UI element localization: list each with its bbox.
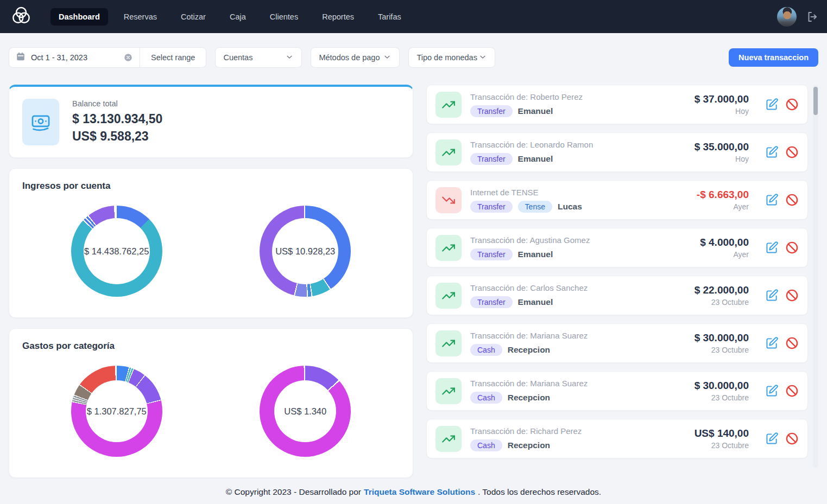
income-panel: Ingresos por cuenta $ 14.438.762,25 US$ … xyxy=(9,168,413,318)
income-usd-total: US$ 10.928,23 xyxy=(260,206,351,297)
calendar-icon xyxy=(16,52,26,63)
payment-methods-dropdown-label: Métodos de pago xyxy=(319,53,380,62)
transaction-date: 23 Octubre xyxy=(695,393,749,402)
clear-date-icon[interactable] xyxy=(123,53,133,62)
cancel-transaction-button[interactable] xyxy=(785,336,799,350)
transaction-amount: $ 35.000,00 xyxy=(695,141,749,153)
transaction-amount-block: $ 37.000,00 Hoy xyxy=(695,93,749,116)
nav-item-cotizar[interactable]: Cotizar xyxy=(172,8,214,26)
expenses-usd-total: US$ 1.340 xyxy=(260,366,351,457)
transaction-badge: Transfer xyxy=(470,248,513,260)
edit-transaction-button[interactable] xyxy=(765,384,779,398)
nav-item-reservas[interactable]: Reservas xyxy=(115,8,166,26)
user-avatar[interactable] xyxy=(777,7,797,27)
scrollbar-thumb[interactable] xyxy=(813,87,818,115)
transaction-badges: TransferTenseLucas xyxy=(470,201,688,213)
nav-item-dashboard[interactable]: Dashboard xyxy=(50,8,109,26)
trending-up-icon xyxy=(441,384,456,398)
transaction-actions xyxy=(765,336,799,350)
triqueta-link[interactable]: Triqueta Software Solutions xyxy=(364,487,475,497)
trending-up-icon xyxy=(441,289,456,303)
payment-methods-dropdown[interactable]: Métodos de pago xyxy=(311,47,400,68)
expenses-panel-title: Gastos por categoría xyxy=(22,341,400,352)
transaction-row: Transacción de: Carlos Sanchez TransferE… xyxy=(426,276,808,315)
edit-icon xyxy=(765,145,779,159)
currency-type-dropdown[interactable]: Tipo de monedas xyxy=(408,47,495,68)
transaction-actions xyxy=(765,145,799,159)
edit-transaction-button[interactable] xyxy=(765,432,779,445)
edit-transaction-button[interactable] xyxy=(765,241,779,254)
transaction-row: Transacción de: Richard Perez CashRecepc… xyxy=(426,419,808,458)
expenses-panel: Gastos por categoría $ 1.307.827,75 US$ … xyxy=(9,328,413,478)
transaction-direction-icon xyxy=(435,92,462,118)
transaction-direction-icon xyxy=(435,330,462,356)
balance-info: Balance total $ 13.130.934,50 US$ 9.588,… xyxy=(72,99,162,145)
transaction-amount-block: US$ 140,00 23 Octubre xyxy=(695,428,749,450)
edit-transaction-button[interactable] xyxy=(765,289,779,302)
transaction-row: Transacción de: Agustina Gomez TransferE… xyxy=(426,228,808,267)
ban-icon xyxy=(785,145,799,159)
logout-icon[interactable] xyxy=(805,10,818,23)
navbar-right xyxy=(777,7,818,27)
transaction-user: Recepcion xyxy=(508,441,550,450)
transaction-amount-block: -$ 6.663,00 Ayer xyxy=(697,189,749,211)
nav-item-reportes[interactable]: Reportes xyxy=(313,8,363,26)
edit-transaction-button[interactable] xyxy=(765,98,779,111)
date-range-input[interactable]: Oct 1 - 31, 2023 xyxy=(9,48,140,67)
cancel-transaction-button[interactable] xyxy=(785,384,799,398)
balance-ars: $ 13.130.934,50 xyxy=(72,110,162,127)
triqueta-logo-icon xyxy=(10,4,32,30)
accounts-dropdown[interactable]: Cuentas xyxy=(215,47,302,68)
nav-item-caja[interactable]: Caja xyxy=(221,8,255,26)
transaction-direction-icon xyxy=(435,187,462,213)
transaction-badge: Transfer xyxy=(470,201,513,213)
cancel-transaction-button[interactable] xyxy=(785,432,799,445)
chevron-down-icon xyxy=(383,53,392,63)
cancel-transaction-button[interactable] xyxy=(785,193,799,207)
transaction-row: Transacción de: Mariana Suarez CashRecep… xyxy=(426,371,808,411)
nav-item-tarifas[interactable]: Tarifas xyxy=(369,8,410,26)
transaction-list: Transacción de: Roberto Perez TransferEm… xyxy=(426,85,808,458)
select-range-button[interactable]: Select range xyxy=(140,48,206,67)
trending-up-icon xyxy=(441,145,456,160)
trending-up-icon xyxy=(441,98,456,112)
transaction-direction-icon xyxy=(435,235,462,261)
transaction-badge: Tense xyxy=(518,201,552,213)
transaction-badges: CashRecepcion xyxy=(470,439,686,451)
cancel-transaction-button[interactable] xyxy=(785,289,799,302)
transaction-direction-icon xyxy=(435,283,462,309)
transaction-amount: $ 30.000,00 xyxy=(695,332,749,344)
main-nav: Dashboard Reservas Cotizar Caja Clientes… xyxy=(50,8,410,26)
cancel-transaction-button[interactable] xyxy=(785,241,799,254)
transaction-badge: Cash xyxy=(470,439,502,451)
cancel-transaction-button[interactable] xyxy=(785,145,799,159)
transaction-amount: -$ 6.663,00 xyxy=(697,189,749,201)
new-transaction-button[interactable]: Nueva transaccion xyxy=(729,48,818,67)
transaction-direction-icon xyxy=(435,139,462,165)
edit-transaction-button[interactable] xyxy=(765,336,779,350)
transaction-badges: TransferEmanuel xyxy=(470,248,691,260)
nav-item-clientes[interactable]: Clientes xyxy=(261,8,307,26)
trending-up-icon xyxy=(441,241,456,255)
transaction-date: Ayer xyxy=(697,202,749,211)
currency-type-dropdown-label: Tipo de monedas xyxy=(416,53,477,62)
edit-transaction-button[interactable] xyxy=(765,193,779,207)
edit-icon xyxy=(765,193,779,207)
transaction-amount-block: $ 4.000,00 Ayer xyxy=(700,237,749,259)
transaction-badges: CashRecepcion xyxy=(470,344,686,356)
edit-icon xyxy=(765,384,779,398)
income-donut-row: $ 14.438.762,25 US$ 10.928,23 xyxy=(22,206,400,297)
app-logo[interactable] xyxy=(9,4,34,30)
transaction-badge: Transfer xyxy=(470,105,513,117)
trending-up-icon xyxy=(441,432,456,446)
income-ars-donut-wrap: $ 14.438.762,25 xyxy=(22,206,211,297)
transaction-amount: $ 30.000,00 xyxy=(695,380,749,392)
transaction-user: Emanuel xyxy=(518,250,553,259)
income-ars-total: $ 14.438.762,25 xyxy=(71,206,162,297)
transaction-row: Transacción de: Leonardo Ramon TransferE… xyxy=(426,132,808,172)
edit-transaction-button[interactable] xyxy=(765,145,779,159)
expenses-donut-row: $ 1.307.827,75 US$ 1.340 xyxy=(22,366,400,457)
transaction-direction-icon xyxy=(435,426,462,452)
cancel-transaction-button[interactable] xyxy=(785,98,799,111)
transaction-date: 23 Octubre xyxy=(695,441,749,450)
